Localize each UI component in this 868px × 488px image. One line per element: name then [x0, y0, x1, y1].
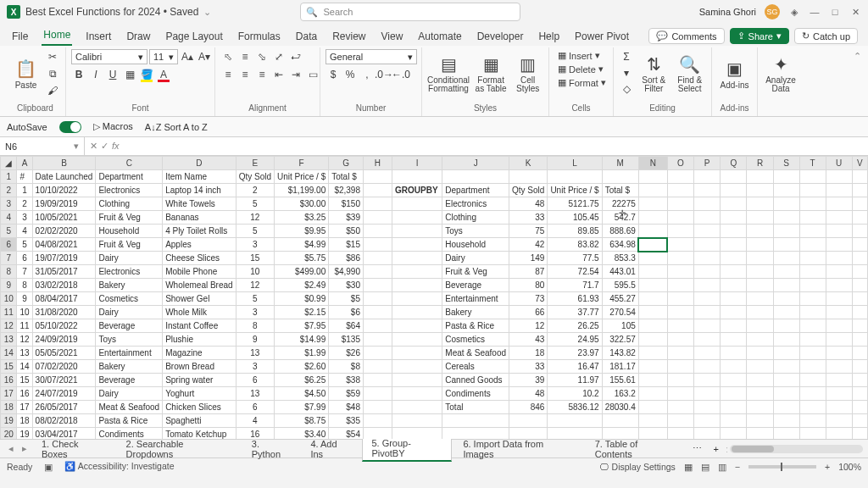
cell[interactable]: Toys — [96, 333, 163, 347]
cell[interactable] — [392, 225, 442, 238]
cell[interactable]: 12 — [236, 211, 274, 225]
col-header[interactable]: N — [638, 157, 667, 170]
number-format-combo[interactable]: General▾ — [326, 49, 417, 64]
cell[interactable]: Bananas — [163, 211, 236, 225]
cell[interactable] — [852, 170, 867, 184]
cell[interactable]: Wholemeal Bread — [163, 279, 236, 292]
tab-draw[interactable]: Draw — [125, 27, 152, 46]
cell[interactable]: $1.99 — [274, 347, 328, 360]
cell[interactable] — [826, 279, 852, 292]
align-bottom-button[interactable]: ⬂ — [254, 49, 270, 64]
cell[interactable] — [826, 170, 852, 184]
cell[interactable] — [694, 319, 721, 333]
cell[interactable] — [721, 265, 747, 279]
cell[interactable]: Cereals — [442, 360, 509, 374]
cell[interactable] — [773, 401, 799, 414]
cell[interactable] — [392, 333, 442, 347]
cell[interactable] — [773, 319, 799, 333]
cell[interactable]: 24/07/2019 — [32, 387, 96, 401]
cell[interactable]: 08/02/2018 — [32, 414, 96, 428]
cell[interactable] — [799, 414, 826, 428]
cell[interactable] — [509, 428, 548, 440]
cell[interactable] — [721, 360, 747, 374]
insert-cells-button[interactable]: ▦Insert ▾ — [554, 49, 604, 62]
cell[interactable]: 08/04/2017 — [32, 292, 96, 306]
cell[interactable] — [747, 306, 773, 319]
cell[interactable]: 149 — [509, 252, 548, 265]
cell[interactable] — [667, 319, 693, 333]
cell[interactable]: 3 — [17, 211, 32, 225]
cell[interactable]: Cosmetics — [442, 333, 509, 347]
cell[interactable]: 846 — [509, 401, 548, 414]
cell[interactable] — [852, 360, 867, 374]
cell[interactable] — [694, 184, 721, 197]
col-header[interactable]: U — [826, 157, 852, 170]
cell[interactable]: 3 — [236, 238, 274, 252]
cell[interactable]: Apples — [163, 238, 236, 252]
cell[interactable] — [694, 170, 721, 184]
cell[interactable]: 23.97 — [548, 347, 602, 360]
cell[interactable]: 07/02/2020 — [32, 360, 96, 374]
cell[interactable]: Bakery — [96, 360, 163, 374]
cell[interactable] — [826, 197, 852, 211]
cell[interactable]: 71.7 — [548, 279, 602, 292]
cell[interactable] — [721, 170, 747, 184]
cell[interactable]: Bakery — [442, 306, 509, 319]
cell[interactable]: 18 — [509, 347, 548, 360]
cell[interactable] — [852, 333, 867, 347]
cell[interactable] — [773, 387, 799, 401]
cell[interactable] — [392, 265, 442, 279]
col-header[interactable]: H — [363, 157, 392, 170]
cell[interactable]: $2.15 — [274, 306, 328, 319]
row-header[interactable]: 20 — [1, 428, 17, 440]
cell[interactable]: 14 — [17, 360, 32, 374]
table-header-cell[interactable]: Qty Sold — [236, 170, 274, 184]
row-header[interactable]: 14 — [1, 347, 17, 360]
cell[interactable] — [638, 428, 667, 440]
cell[interactable]: 9 — [17, 292, 32, 306]
col-header[interactable]: S — [773, 157, 799, 170]
cell[interactable] — [638, 211, 667, 225]
tab-insert[interactable]: Insert — [84, 27, 113, 46]
cell[interactable] — [721, 184, 747, 197]
add-sheet-button[interactable]: + — [709, 444, 724, 454]
align-middle-button[interactable]: ≡ — [237, 49, 253, 64]
cell[interactable] — [721, 252, 747, 265]
cell[interactable]: 26/05/2017 — [32, 401, 96, 414]
cell[interactable] — [826, 387, 852, 401]
maximize-button[interactable]: □ — [829, 6, 841, 18]
addins-button[interactable]: ▣Add-ins — [717, 49, 752, 98]
cell[interactable] — [667, 211, 693, 225]
cell[interactable] — [392, 238, 442, 252]
cell[interactable] — [694, 428, 721, 440]
cell[interactable] — [363, 333, 392, 347]
cell[interactable] — [667, 414, 693, 428]
cell[interactable]: 10/05/2021 — [32, 211, 96, 225]
col-header[interactable]: V — [852, 157, 867, 170]
catchup-button[interactable]: ↻Catch up — [794, 28, 858, 44]
tab-data[interactable]: Data — [294, 27, 319, 46]
cell[interactable] — [392, 428, 442, 440]
cell[interactable]: Household — [442, 238, 509, 252]
col-header[interactable]: L — [548, 157, 602, 170]
cell[interactable] — [392, 387, 442, 401]
cell[interactable] — [852, 319, 867, 333]
cell[interactable]: $135 — [329, 333, 364, 347]
cell[interactable]: 888.69 — [602, 225, 638, 238]
cell[interactable] — [363, 252, 392, 265]
cell[interactable]: 6 — [17, 252, 32, 265]
cell[interactable] — [799, 374, 826, 387]
cell[interactable] — [721, 279, 747, 292]
cell[interactable]: $1,199.00 — [274, 184, 328, 197]
cell[interactable] — [721, 401, 747, 414]
close-button[interactable]: ✕ — [849, 6, 861, 18]
cell[interactable] — [773, 197, 799, 211]
comma-format-button[interactable]: , — [359, 67, 375, 82]
row-header[interactable]: 5 — [1, 225, 17, 238]
cell[interactable] — [773, 265, 799, 279]
cell[interactable] — [721, 414, 747, 428]
cell[interactable]: 33 — [509, 360, 548, 374]
cell[interactable]: Unit Price / $ — [548, 184, 602, 197]
cell[interactable]: 10 — [17, 306, 32, 319]
cell[interactable]: 5 — [17, 238, 32, 252]
